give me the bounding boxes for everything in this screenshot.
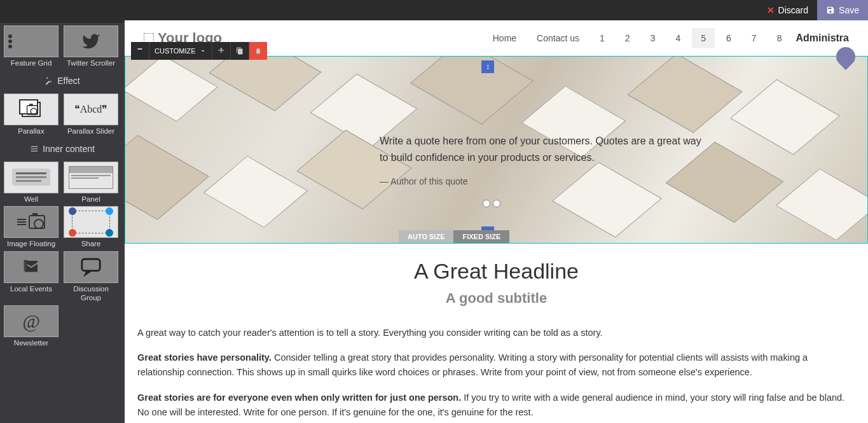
top-bar: ✕ Discard Save bbox=[0, 0, 868, 20]
tile-label: Share bbox=[81, 240, 101, 249]
fixed-size-button[interactable]: FIXED SIZE bbox=[453, 230, 509, 243]
block-type-button[interactable] bbox=[131, 42, 149, 60]
wand-icon bbox=[45, 76, 53, 85]
nav-link-4[interactable]: 4 bbox=[666, 28, 689, 48]
trash-icon bbox=[254, 47, 262, 55]
section-effect-tiles: Parallax ❝Abcd❞ Parallax Slider bbox=[0, 91, 125, 139]
tile-twitter-scroller[interactable]: Twitter Scroller bbox=[62, 25, 120, 68]
thumb-feature-grid bbox=[4, 25, 59, 57]
save-button[interactable]: Save bbox=[817, 0, 868, 20]
content-block[interactable]: A Great Headline A good subtitle A great… bbox=[125, 244, 868, 423]
list-icon bbox=[30, 144, 39, 153]
nav-link-home[interactable]: Home bbox=[484, 28, 525, 48]
tile-label: Panel bbox=[81, 195, 100, 204]
subtitle[interactable]: A good subtitle bbox=[137, 290, 855, 307]
thumb-panel bbox=[64, 162, 118, 193]
nav-link-5[interactable]: 5 bbox=[692, 28, 715, 48]
section-effect-title: Effect bbox=[0, 71, 125, 91]
save-icon bbox=[826, 6, 835, 15]
tile-label: Newsletter bbox=[14, 339, 48, 348]
tile-label: Local Events bbox=[10, 285, 52, 294]
paragraph-3[interactable]: Great stories are for everyone even when… bbox=[137, 391, 855, 420]
nav-link-7[interactable]: 7 bbox=[743, 28, 766, 48]
tile-feature-grid[interactable]: Feature Grid bbox=[3, 25, 60, 68]
quote-author: — Author of this quote bbox=[380, 174, 710, 188]
tile-label: Parallax Slider bbox=[67, 127, 114, 136]
discard-label: Discard bbox=[778, 5, 808, 15]
tile-well[interactable]: Well bbox=[3, 162, 60, 204]
thumb-newsletter: @ bbox=[4, 305, 59, 337]
copy-icon bbox=[236, 47, 244, 55]
tile-newsletter[interactable]: @ Newsletter bbox=[3, 305, 60, 348]
thumb-discussion-group bbox=[64, 251, 118, 283]
nav-link-2[interactable]: 2 bbox=[616, 28, 639, 48]
hero-block[interactable]: ↕ Write a quote here from one of your cu… bbox=[125, 56, 868, 244]
thumb-local-events bbox=[4, 251, 59, 283]
tile-parallax[interactable]: Parallax bbox=[3, 94, 60, 136]
quote-text[interactable]: Write a quote here from one of your cust… bbox=[380, 133, 710, 189]
paragraph-2[interactable]: Great stories have personality. Consider… bbox=[137, 350, 855, 380]
tile-label: Discussion Group bbox=[62, 285, 120, 303]
admin-menu[interactable]: Administra bbox=[796, 32, 849, 44]
nav-link-contact-us[interactable]: Contact us bbox=[528, 28, 588, 48]
tile-discussion-group[interactable]: Discussion Group bbox=[62, 251, 120, 303]
section-inner-title: Inner content bbox=[0, 139, 125, 159]
thumb-parallax bbox=[4, 94, 59, 125]
chevron-down-icon bbox=[199, 47, 207, 55]
blocks-sidebar: Add blocks Feature Grid Twitter Scroller… bbox=[0, 0, 125, 423]
delete-button[interactable] bbox=[249, 42, 267, 60]
editor-canvas[interactable]: Your logo HomeContact us12345678 Adminis… bbox=[125, 20, 868, 423]
tile-label: Twitter Scroller bbox=[67, 59, 115, 68]
auto-size-button[interactable]: AUTO SIZE bbox=[399, 230, 453, 243]
nav-links: HomeContact us12345678 bbox=[484, 28, 791, 48]
tile-label: Parallax bbox=[18, 127, 45, 136]
block-edit-toolbar: CUSTOMIZE bbox=[131, 42, 267, 60]
thumb-parallax-slider: ❝Abcd❞ bbox=[64, 94, 118, 125]
nav-link-6[interactable]: 6 bbox=[717, 28, 740, 48]
nav-link-1[interactable]: 1 bbox=[591, 28, 614, 48]
tile-panel[interactable]: Panel bbox=[62, 162, 120, 204]
clone-button[interactable] bbox=[231, 42, 249, 60]
discard-button[interactable]: ✕ Discard bbox=[758, 0, 817, 20]
move-icon bbox=[217, 47, 225, 55]
tile-local-events[interactable]: Local Events bbox=[3, 251, 60, 303]
customize-button[interactable]: CUSTOMIZE bbox=[149, 42, 212, 60]
thumb-share bbox=[64, 206, 118, 238]
size-toggle: AUTO SIZE FIXED SIZE bbox=[399, 230, 509, 243]
nav-link-8[interactable]: 8 bbox=[768, 28, 791, 48]
thumb-twitter-scroller bbox=[64, 25, 118, 57]
section-inner-tiles: Well Panel Image Floating Share Local Ev… bbox=[0, 159, 125, 350]
tile-share[interactable]: Share bbox=[62, 206, 120, 249]
close-icon: ✕ bbox=[767, 5, 775, 15]
tile-label: Well bbox=[24, 195, 38, 204]
section-0-tiles: Feature Grid Twitter Scroller bbox=[0, 23, 125, 71]
paragraph-1[interactable]: A great way to catch your reader's atten… bbox=[137, 326, 855, 340]
tile-label: Image Floating bbox=[7, 240, 55, 249]
svg-rect-0 bbox=[82, 259, 100, 270]
thumb-well bbox=[4, 162, 59, 193]
carousel-dots[interactable] bbox=[483, 200, 500, 207]
headline[interactable]: A Great Headline bbox=[137, 259, 855, 284]
save-label: Save bbox=[839, 5, 859, 15]
tile-label: Feature Grid bbox=[11, 59, 52, 68]
resize-handle-top[interactable]: ↕ bbox=[481, 60, 494, 73]
tile-parallax-slider[interactable]: ❝Abcd❞ Parallax Slider bbox=[62, 94, 120, 136]
nav-link-3[interactable]: 3 bbox=[642, 28, 665, 48]
move-button[interactable] bbox=[212, 42, 231, 60]
tile-image-floating[interactable]: Image Floating bbox=[3, 206, 60, 249]
thumb-image-floating bbox=[4, 206, 59, 238]
